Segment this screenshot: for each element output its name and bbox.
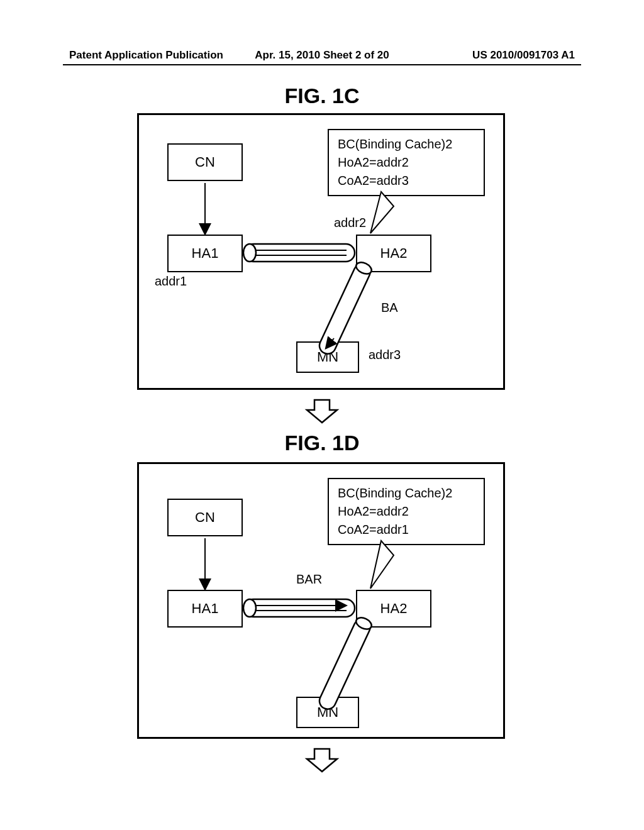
down-arrow-icon xyxy=(302,745,342,775)
ha2-box: HA2 xyxy=(356,590,431,628)
bar-label: BAR xyxy=(296,572,322,587)
addr2-label: addr2 xyxy=(334,216,366,230)
down-arrow-icon xyxy=(302,396,342,426)
callout-line-1: BC(Binding Cache)2 xyxy=(338,484,475,502)
cn-box: CN xyxy=(167,143,243,181)
header-left: Patent Application Publication xyxy=(69,49,238,62)
svg-point-2 xyxy=(243,244,256,262)
svg-rect-9 xyxy=(245,599,355,617)
svg-point-10 xyxy=(243,599,256,617)
callout-line-3: CoA2=addr3 xyxy=(338,172,475,190)
callout-line-1: BC(Binding Cache)2 xyxy=(338,135,475,153)
header-right: US 2010/0091703 A1 xyxy=(406,49,575,62)
ba-label: BA xyxy=(381,301,398,315)
header-rule xyxy=(63,64,581,65)
fig-1d-panel: BC(Binding Cache)2 HoA2=addr2 CoA2=addr1… xyxy=(137,462,505,739)
fig-1c-title: FIG. 1C xyxy=(0,84,644,108)
callout-line-2: HoA2=addr2 xyxy=(338,153,475,172)
svg-rect-1 xyxy=(245,244,355,262)
mn-box: MN xyxy=(296,341,359,373)
ha1-box: HA1 xyxy=(167,235,243,272)
fig-1d-title: FIG. 1D xyxy=(0,431,644,455)
callout-line-3: CoA2=addr1 xyxy=(338,521,475,539)
header-middle: Apr. 15, 2010 Sheet 2 of 20 xyxy=(238,49,406,62)
fig-1c-panel: BC(Binding Cache)2 HoA2=addr2 CoA2=addr3… xyxy=(137,113,505,390)
mn-box: MN xyxy=(296,697,359,728)
ha2-box: HA2 xyxy=(356,235,431,272)
fig-1d-callout: BC(Binding Cache)2 HoA2=addr2 CoA2=addr1 xyxy=(328,478,485,545)
cn-box: CN xyxy=(167,499,243,536)
fig-1c-callout: BC(Binding Cache)2 HoA2=addr2 CoA2=addr3 xyxy=(328,129,485,196)
ha1-box: HA1 xyxy=(167,590,243,628)
addr1-label: addr1 xyxy=(155,274,187,289)
addr3-label: addr3 xyxy=(369,348,401,362)
callout-line-2: HoA2=addr2 xyxy=(338,502,475,521)
page-header: Patent Application Publication Apr. 15, … xyxy=(0,49,644,62)
